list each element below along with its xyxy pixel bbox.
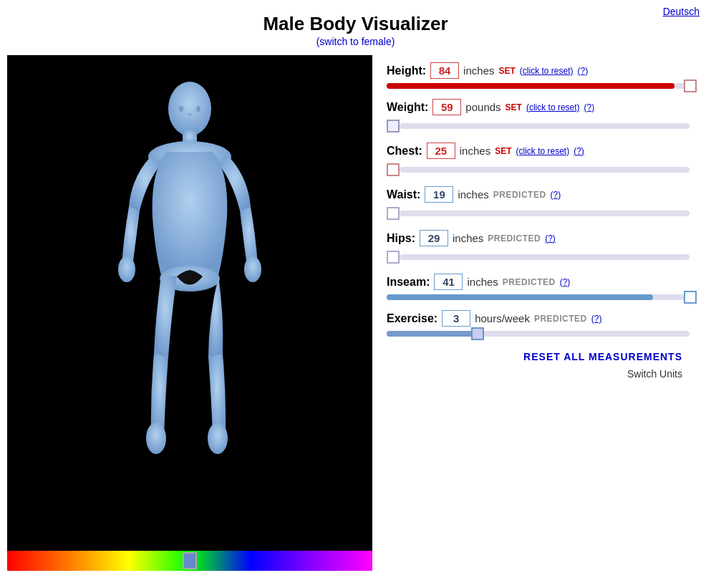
weight-slider-thumb-left[interactable] <box>387 120 400 132</box>
inseam-slider-track[interactable] <box>387 294 690 300</box>
svg-point-0 <box>168 82 211 136</box>
chest-slider-track[interactable] <box>400 167 690 173</box>
weight-label: Weight: <box>387 101 428 114</box>
exercise-unit: hours/week <box>475 312 530 324</box>
height-slider-fill <box>387 83 674 89</box>
hips-slider-wrapper <box>387 251 690 264</box>
chest-value[interactable]: 25 <box>427 143 455 159</box>
weight-unit: pounds <box>465 101 500 113</box>
bottom-actions: RESET ALL MEASUREMENTS Switch Units <box>387 351 690 380</box>
reset-all-button[interactable]: RESET ALL MEASUREMENTS <box>523 351 682 362</box>
exercise-value[interactable]: 3 <box>442 310 470 327</box>
exercise-status: PREDICTED <box>534 314 587 324</box>
inseam-unit: inches <box>467 276 498 288</box>
waist-value[interactable]: 19 <box>425 186 453 203</box>
chest-slider-wrapper <box>387 163 690 176</box>
waist-help[interactable]: (?) <box>551 190 561 200</box>
height-slider-wrapper <box>387 83 690 89</box>
hips-help[interactable]: (?) <box>545 233 556 244</box>
exercise-row: Exercise: 3 hours/week PREDICTED (?) <box>387 310 690 337</box>
height-slider-track[interactable] <box>387 83 690 89</box>
body-figure <box>7 57 372 551</box>
weight-help[interactable]: (?) <box>584 102 595 112</box>
waist-slider-thumb-left[interactable] <box>387 207 400 220</box>
hips-label: Hips: <box>387 232 415 245</box>
exercise-help[interactable]: (?) <box>591 314 602 324</box>
weight-reset[interactable]: (click to reset) <box>526 102 580 112</box>
controls-panel: Height: 84 inches SET (click to reset) (… <box>372 55 704 387</box>
svg-point-4 <box>118 256 135 282</box>
weight-row: Weight: 59 pounds SET (click to reset) (… <box>387 99 690 132</box>
exercise-label: Exercise: <box>387 312 437 325</box>
height-unit: inches <box>463 64 494 77</box>
hips-row: Hips: 29 inches PREDICTED (?) <box>387 230 690 264</box>
chest-help[interactable]: (?) <box>574 146 584 156</box>
chest-reset[interactable]: (click to reset) <box>516 146 569 156</box>
waist-unit: inches <box>458 188 488 201</box>
hips-slider-track[interactable] <box>400 254 690 260</box>
inseam-value[interactable]: 41 <box>434 274 463 290</box>
height-row: Height: 84 inches SET (click to reset) (… <box>387 62 690 89</box>
exercise-slider-wrapper <box>387 331 690 337</box>
switch-units-button[interactable]: Switch Units <box>627 368 682 380</box>
visualizer-panel <box>7 55 372 571</box>
height-value[interactable]: 84 <box>430 62 459 79</box>
height-reset[interactable]: (click to reset) <box>520 66 574 76</box>
waist-label: Waist: <box>387 188 420 201</box>
weight-slider-track[interactable] <box>400 123 690 129</box>
height-status: SET <box>498 66 515 76</box>
waist-slider-track[interactable] <box>400 211 690 216</box>
exercise-slider-track[interactable] <box>387 331 690 337</box>
chest-row: Chest: 25 inches SET (click to reset) (?… <box>387 143 690 176</box>
page-title: Male Body Visualizer <box>0 13 711 35</box>
main-content: Height: 84 inches SET (click to reset) (… <box>0 55 711 571</box>
exercise-slider-fill <box>387 331 478 337</box>
weight-value[interactable]: 59 <box>432 99 461 115</box>
weight-status: SET <box>506 102 522 112</box>
inseam-slider-wrapper <box>387 294 690 300</box>
hips-status: PREDICTED <box>488 233 541 244</box>
height-help[interactable]: (?) <box>578 66 589 76</box>
waist-status: PREDICTED <box>493 190 546 200</box>
chest-label: Chest: <box>387 145 422 158</box>
switch-gender-link[interactable]: (switch to female) <box>316 36 395 47</box>
page-header: Male Body Visualizer (switch to female) <box>0 0 711 55</box>
svg-point-6 <box>146 423 166 454</box>
color-bar-thumb[interactable] <box>183 552 197 569</box>
chest-status: SET <box>495 146 511 156</box>
svg-point-9 <box>196 106 200 112</box>
color-bar[interactable] <box>7 551 372 571</box>
svg-point-5 <box>244 256 261 282</box>
inseam-slider-fill <box>387 294 653 300</box>
weight-slider-wrapper <box>387 120 690 132</box>
chest-slider-thumb-left[interactable] <box>387 163 400 176</box>
chest-unit: inches <box>460 145 490 157</box>
inseam-help[interactable]: (?) <box>560 277 571 287</box>
exercise-slider-thumb[interactable] <box>471 327 484 340</box>
inseam-slider-thumb[interactable] <box>684 291 697 304</box>
waist-slider-wrapper <box>387 207 690 220</box>
hips-slider-thumb-left[interactable] <box>387 251 400 264</box>
waist-row: Waist: 19 inches PREDICTED (?) <box>387 186 690 220</box>
language-link[interactable]: Deutsch <box>663 6 700 17</box>
body-figure-svg <box>104 74 276 533</box>
svg-point-7 <box>208 423 228 454</box>
inseam-row: Inseam: 41 inches PREDICTED (?) <box>387 274 690 300</box>
hips-unit: inches <box>453 232 483 244</box>
svg-point-8 <box>179 106 183 112</box>
inseam-label: Inseam: <box>387 276 430 289</box>
height-label: Height: <box>387 64 426 77</box>
inseam-status: PREDICTED <box>503 277 556 287</box>
hips-value[interactable]: 29 <box>420 230 448 246</box>
height-slider-thumb[interactable] <box>684 79 697 92</box>
